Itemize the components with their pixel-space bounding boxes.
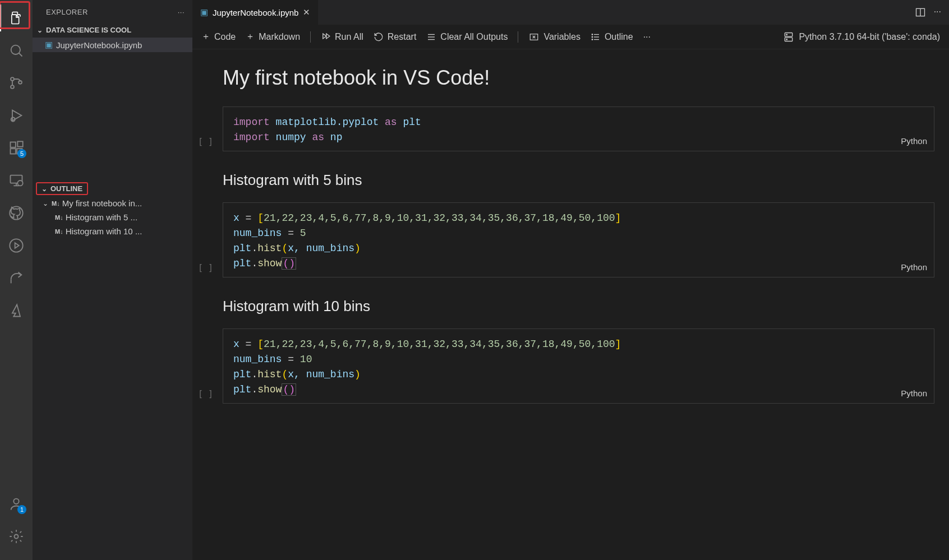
- notebook-heading-1[interactable]: My first notebook in VS Code!: [223, 66, 934, 90]
- outline-item-root[interactable]: ⌄ M↓ My first notebook in...: [33, 196, 192, 210]
- run-all-button[interactable]: Run All: [321, 32, 363, 42]
- sidebar: EXPLORER ··· ⌄ DATA SCIENCE IS COOL ▣ Ju…: [33, 0, 192, 560]
- remote-explorer-icon[interactable]: [3, 167, 30, 194]
- outline-item-child[interactable]: M↓ Histogram with 10 ...: [33, 224, 192, 238]
- svg-rect-7: [11, 142, 16, 147]
- github-icon[interactable]: [3, 200, 30, 226]
- cell-language[interactable]: Python: [901, 261, 927, 274]
- svg-point-33: [592, 39, 593, 40]
- code-cell[interactable]: [ ] x = [21,22,23,4,5,6,77,8,9,10,31,32,…: [223, 328, 934, 404]
- editor-tab[interactable]: ▣ JupyterNotebook.ipynb ✕: [192, 0, 318, 25]
- svg-point-18: [13, 499, 19, 504]
- svg-marker-5: [12, 110, 21, 121]
- notebook-body: My first notebook in VS Code! [ ] import…: [192, 49, 949, 560]
- add-code-button[interactable]: ＋Code: [201, 31, 236, 43]
- svg-rect-10: [17, 141, 22, 146]
- server-icon: [783, 31, 794, 43]
- azure-icon[interactable]: [3, 297, 30, 324]
- cell-language[interactable]: Python: [901, 387, 927, 400]
- outline-item-child[interactable]: M↓ Histogram with 5 ...: [33, 210, 192, 224]
- execution-count: [ ]: [198, 389, 213, 399]
- sidebar-title: EXPLORER ···: [33, 0, 192, 24]
- svg-point-36: [786, 34, 787, 35]
- markdown-icon: M↓: [52, 200, 60, 207]
- code-cell[interactable]: [ ] x = [21,22,23,4,5,6,77,8,9,10,31,32,…: [223, 202, 934, 277]
- settings-gear-icon[interactable]: [3, 523, 30, 550]
- chevron-down-icon: ⌄: [43, 200, 48, 207]
- svg-marker-22: [323, 34, 326, 39]
- notebook-heading-2[interactable]: Histogram with 5 bins: [223, 172, 934, 189]
- extensions-icon[interactable]: 5: [3, 135, 30, 161]
- file-item[interactable]: ▣ JupyterNotebook.ipynb: [33, 38, 192, 52]
- run-and-debug-icon[interactable]: [3, 102, 30, 129]
- add-markdown-button[interactable]: ＋Markdown: [246, 31, 300, 43]
- play-circle-icon[interactable]: [3, 232, 30, 259]
- code-cell[interactable]: [ ] import matplotlib.pyplot as plt impo…: [223, 107, 934, 151]
- tab-bar: ▣ JupyterNotebook.ipynb ✕ ···: [192, 0, 949, 25]
- share-icon[interactable]: [3, 265, 30, 291]
- notebook-toolbar: ＋Code ＋Markdown Run All Restart Clear Al…: [192, 25, 949, 49]
- chevron-down-icon: ⌄: [42, 185, 47, 193]
- split-editor-icon[interactable]: [915, 7, 926, 18]
- svg-point-16: [10, 239, 22, 252]
- svg-point-0: [11, 45, 20, 54]
- account-badge: 1: [17, 505, 26, 514]
- outline-section-header[interactable]: ⌄ OUTLINE: [36, 182, 88, 195]
- notebook-file-icon: ▣: [200, 7, 208, 17]
- svg-rect-8: [11, 149, 16, 154]
- restart-button[interactable]: Restart: [374, 32, 417, 42]
- activity-bar: 5 1: [0, 0, 33, 560]
- account-icon[interactable]: 1: [3, 490, 30, 517]
- markdown-icon: M↓: [55, 228, 63, 235]
- close-icon[interactable]: ✕: [303, 7, 310, 17]
- execution-count: [ ]: [198, 137, 213, 147]
- svg-point-2: [11, 77, 14, 81]
- more-icon[interactable]: ···: [643, 32, 651, 42]
- explorer-section-header[interactable]: ⌄ DATA SCIENCE IS COOL: [33, 24, 192, 36]
- clear-outputs-button[interactable]: Clear All Outputs: [426, 32, 508, 42]
- more-icon[interactable]: ···: [934, 7, 941, 18]
- editor-area: ▣ JupyterNotebook.ipynb ✕ ··· ＋Code ＋Mar…: [192, 0, 949, 560]
- svg-point-32: [592, 36, 593, 38]
- source-control-icon[interactable]: [3, 70, 30, 96]
- explorer-icon[interactable]: [3, 4, 30, 31]
- outline-button[interactable]: Outline: [591, 32, 633, 42]
- svg-point-19: [15, 535, 19, 539]
- notebook-file-icon: ▣: [45, 40, 53, 50]
- notebook-heading-2[interactable]: Histogram with 10 bins: [223, 298, 934, 315]
- plus-icon: ＋: [201, 31, 210, 43]
- svg-point-37: [786, 39, 787, 40]
- cell-language[interactable]: Python: [901, 135, 927, 148]
- svg-marker-17: [15, 243, 19, 248]
- svg-point-3: [11, 85, 14, 89]
- chevron-down-icon: ⌄: [37, 26, 43, 34]
- execution-count: [ ]: [198, 263, 213, 273]
- extensions-badge: 5: [17, 149, 26, 158]
- plus-icon: ＋: [246, 31, 255, 43]
- svg-point-14: [17, 181, 22, 186]
- markdown-icon: M↓: [55, 214, 63, 221]
- more-icon[interactable]: ···: [178, 8, 185, 16]
- svg-point-31: [592, 34, 593, 35]
- svg-line-1: [19, 53, 22, 57]
- search-icon[interactable]: [3, 37, 30, 64]
- kernel-selector[interactable]: Python 3.7.10 64-bit ('base': conda): [783, 31, 940, 43]
- variables-button[interactable]: Variables: [528, 32, 581, 42]
